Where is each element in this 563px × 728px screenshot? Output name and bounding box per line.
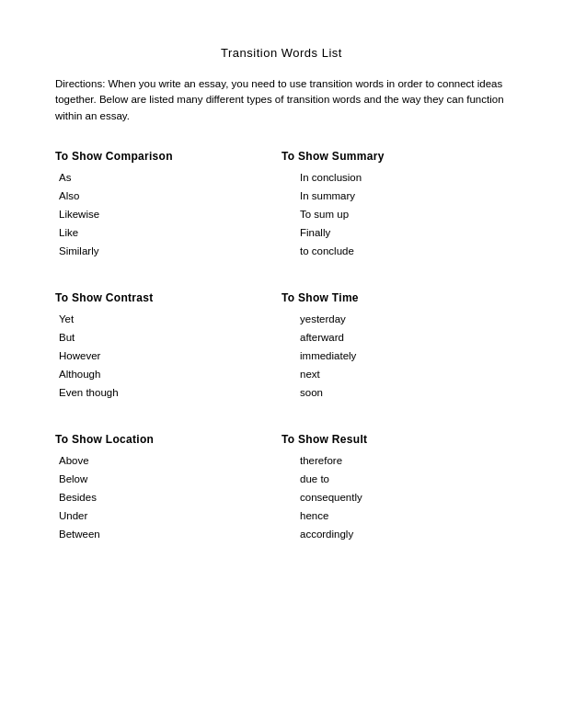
list-item: Besides: [55, 492, 282, 503]
list-item: soon: [282, 387, 508, 398]
list-item: to conclude: [282, 245, 508, 256]
section-header-right-0: To Show Summary: [282, 150, 508, 163]
section-header-right-2: To Show Result: [282, 433, 508, 446]
section-header-left-1: To Show Contrast: [55, 291, 282, 304]
section-row-0: To Show ComparisonAsAlsoLikewiseLikeSimi…: [55, 150, 508, 264]
list-item: But: [55, 332, 282, 343]
list-item: due to: [282, 473, 508, 484]
list-item: therefore: [282, 455, 508, 466]
list-item: next: [282, 369, 508, 380]
list-item: hence: [282, 510, 508, 521]
section-left-0: To Show ComparisonAsAlsoLikewiseLikeSimi…: [55, 150, 282, 264]
list-item: As: [55, 172, 282, 183]
list-item: afterward: [282, 332, 508, 343]
section-left-2: To Show LocationAboveBelowBesidesUnderBe…: [55, 433, 282, 547]
list-item: Also: [55, 190, 282, 201]
list-item: Yet: [55, 313, 282, 324]
list-item: To sum up: [282, 209, 508, 220]
list-item: Although: [55, 369, 282, 380]
list-item: Finally: [282, 227, 508, 238]
list-item: consequently: [282, 492, 508, 503]
list-item: However: [55, 350, 282, 361]
list-item: Even though: [55, 387, 282, 398]
list-item: yesterday: [282, 313, 508, 324]
section-row-2: To Show LocationAboveBelowBesidesUnderBe…: [55, 433, 508, 547]
section-right-2: To Show Resultthereforedue toconsequentl…: [282, 433, 508, 547]
section-right-0: To Show SummaryIn conclusionIn summaryTo…: [282, 150, 508, 264]
list-item: In summary: [282, 190, 508, 201]
list-item: accordingly: [282, 529, 508, 540]
page-title: Transition Words List: [55, 46, 508, 60]
list-item: Above: [55, 455, 282, 466]
list-item: Under: [55, 510, 282, 521]
section-header-left-2: To Show Location: [55, 433, 282, 446]
list-item: immediately: [282, 350, 508, 361]
section-header-left-0: To Show Comparison: [55, 150, 282, 163]
section-row-1: To Show ContrastYetButHoweverAlthoughEve…: [55, 291, 508, 405]
list-item: Likewise: [55, 209, 282, 220]
section-header-right-1: To Show Time: [282, 291, 508, 304]
directions-text: Directions: When you write an essay, you…: [55, 76, 508, 124]
list-item: Like: [55, 227, 282, 238]
list-item: Similarly: [55, 245, 282, 256]
list-item: Below: [55, 473, 282, 484]
section-right-1: To Show Timeyesterdayafterwardimmediatel…: [282, 291, 508, 405]
list-item: In conclusion: [282, 172, 508, 183]
sections-container: To Show ComparisonAsAlsoLikewiseLikeSimi…: [55, 150, 508, 547]
list-item: Between: [55, 529, 282, 540]
section-left-1: To Show ContrastYetButHoweverAlthoughEve…: [55, 291, 282, 405]
